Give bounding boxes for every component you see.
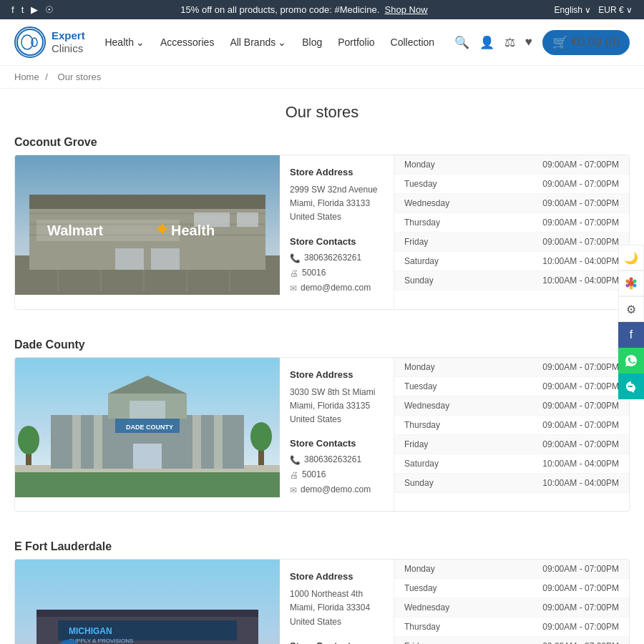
store-image-1: DADE COUNTY — [15, 358, 280, 497]
store-name-0: Coconut Grove — [14, 129, 630, 155]
hours-row-2-4: Friday 09:00AM - 07:00PM — [394, 637, 629, 644]
contact-phone: 📞 380636263261 — [290, 454, 384, 465]
settings-button[interactable]: ⚙ — [618, 296, 644, 322]
twitter-icon[interactable]: t — [21, 4, 24, 15]
user-icon[interactable]: 👤 — [479, 35, 494, 50]
contact-phone: 📞 380636263261 — [290, 253, 384, 263]
hours-row-0-3: Thursday 09:00AM - 07:00PM — [394, 213, 629, 233]
time-value: 09:00AM - 07:00PM — [542, 218, 619, 228]
whatsapp-float-button[interactable] — [618, 348, 644, 374]
time-value: 09:00AM - 07:00PM — [542, 622, 619, 632]
svg-text:Walmart: Walmart — [47, 223, 104, 238]
social-icons[interactable]: f t ▶ ☉ — [11, 4, 54, 15]
hours-row-1-6: Sunday 10:00AM - 04:00PM — [394, 474, 629, 493]
language-selector[interactable]: English ∨ — [555, 5, 592, 15]
breadcrumb-home[interactable]: Home — [14, 72, 39, 82]
time-value: 09:00AM - 07:00PM — [542, 160, 619, 170]
store-section-2: E Fort Lauderdale — [14, 533, 630, 644]
address-title: Store Address — [290, 369, 384, 380]
chevron-down-icon-brands: ⌄ — [278, 36, 286, 48]
currency-selector[interactable]: EUR € ∨ — [598, 5, 633, 15]
nav-all-brands[interactable]: All Brands ⌄ — [230, 36, 286, 48]
instagram-icon[interactable]: ☉ — [45, 4, 54, 15]
color-button[interactable] — [618, 270, 644, 296]
nav-accessories[interactable]: Accessories — [160, 36, 214, 48]
youtube-icon[interactable]: ▶ — [31, 4, 38, 15]
svg-text:SUPPLY & PROVISIONS: SUPPLY & PROVISIONS — [69, 638, 133, 644]
search-icon[interactable]: 🔍 — [454, 35, 469, 50]
store-hours-0: Monday 09:00AM - 07:00PM Tuesday 09:00AM… — [394, 155, 629, 309]
time-value: 09:00AM - 07:00PM — [542, 641, 619, 644]
day-label: Tuesday — [404, 583, 458, 593]
hours-row-0-6: Sunday 10:00AM - 04:00PM — [394, 271, 629, 291]
logo-clinics: Clinics — [52, 42, 85, 55]
day-label: Monday — [404, 564, 458, 574]
contact-fax: 🖨 50016 — [290, 268, 384, 278]
address-text: 3030 SW 8th St Miami Miami, Florida 3313… — [290, 386, 384, 427]
address-text: 1000 Northeast 4th Miami, Florida 33304 … — [290, 587, 384, 629]
phone-icon: 📞 — [290, 455, 301, 465]
hours-row-1-1: Tuesday 09:00AM - 07:00PM — [394, 377, 629, 396]
shop-now-link[interactable]: Shop Now — [385, 4, 428, 15]
dark-mode-button[interactable]: 🌙 — [618, 245, 644, 270]
wishlist-icon[interactable]: ♥ — [525, 35, 532, 49]
contacts-title: Store Contacts — [290, 438, 384, 449]
svg-rect-30 — [94, 415, 102, 469]
svg-point-38 — [18, 426, 39, 454]
hours-row-1-4: Friday 09:00AM - 07:00PM — [394, 435, 629, 454]
chevron-down-icon: ⌄ — [136, 36, 145, 48]
hours-row-0-2: Wednesday 09:00AM - 07:00PM — [394, 194, 629, 213]
announcement-bar: f t ▶ ☉ 15% off on all products, promo c… — [0, 0, 644, 19]
hours-row-2-3: Thursday 09:00AM - 07:00PM — [394, 618, 629, 637]
right-float-buttons: 🌙 ⚙ f — [618, 245, 644, 399]
hours-row-2-1: Tuesday 09:00AM - 07:00PM — [394, 579, 629, 598]
hours-row-0-1: Tuesday 09:00AM - 07:00PM — [394, 175, 629, 194]
store-info-2: Store Address 1000 Northeast 4th Miami, … — [280, 560, 629, 644]
contacts-title: Store Contacts — [290, 236, 384, 247]
facebook-float-button[interactable]: f — [618, 322, 644, 348]
svg-rect-32 — [214, 415, 223, 469]
nav-health[interactable]: Health ⌄ — [104, 36, 144, 48]
svg-point-40 — [250, 422, 272, 451]
time-value: 10:00AM - 04:00PM — [542, 459, 619, 469]
facebook-icon[interactable]: f — [11, 4, 14, 15]
logo-text: Expert Clinics — [52, 29, 85, 55]
nav-portfolio[interactable]: Portfolio — [338, 36, 374, 48]
store-info-0: Store Address 2999 SW 32nd Avenue Miami,… — [280, 155, 629, 309]
time-value: 10:00AM - 04:00PM — [542, 256, 619, 266]
email-address[interactable]: demo@demo.com — [301, 484, 371, 494]
day-label: Sunday — [404, 478, 458, 488]
logo-expert: Expert — [52, 29, 85, 42]
nav-collection[interactable]: Collection — [391, 36, 434, 48]
logo[interactable]: Expert Clinics — [14, 26, 85, 58]
svg-rect-10 — [115, 248, 144, 270]
email-icon: ✉ — [290, 485, 297, 495]
nav-blog[interactable]: Blog — [302, 36, 322, 48]
compare-icon[interactable]: ⚖ — [504, 35, 515, 50]
hours-row-1-3: Thursday 09:00AM - 07:00PM — [394, 416, 629, 435]
fax-number: 50016 — [302, 469, 326, 479]
time-value: 09:00AM - 07:00PM — [542, 362, 619, 372]
chat-float-button[interactable] — [618, 374, 644, 399]
day-label: Friday — [404, 237, 458, 247]
day-label: Monday — [404, 160, 458, 170]
contact-fax: 🖨 50016 — [290, 469, 384, 480]
day-label: Wednesday — [404, 198, 458, 208]
store-card-0: Walmart ✦ Health Store Address 2999 SW 3… — [14, 155, 630, 310]
time-value: 09:00AM - 07:00PM — [542, 564, 619, 574]
svg-rect-29 — [72, 415, 81, 469]
cart-button[interactable]: 🛒 €0.00 (0) — [542, 30, 630, 55]
svg-point-2 — [31, 38, 37, 47]
email-address[interactable]: demo@demo.com — [301, 283, 371, 293]
email-icon: ✉ — [290, 283, 297, 293]
time-value: 09:00AM - 07:00PM — [542, 381, 619, 391]
day-label: Tuesday — [404, 381, 458, 391]
stores-container: Coconut Grove — [14, 129, 630, 644]
address-title: Store Address — [290, 571, 384, 582]
time-value: 10:00AM - 04:00PM — [542, 478, 619, 488]
svg-rect-11 — [151, 248, 180, 270]
hours-row-0-4: Friday 09:00AM - 07:00PM — [394, 233, 629, 252]
store-info-1: Store Address 3030 SW 8th St Miami Miami… — [280, 358, 629, 512]
main-content: Our stores Coconut Grove — [0, 89, 644, 644]
contacts-title: Store Contacts — [290, 640, 384, 644]
